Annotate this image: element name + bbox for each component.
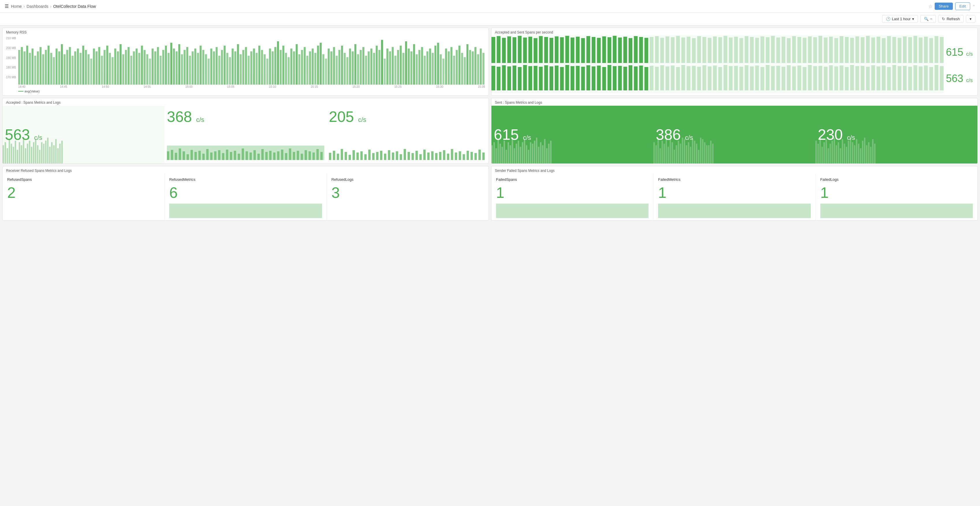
svg-rect-53 (160, 56, 162, 84)
zoom-out-button[interactable]: 🔍 − (920, 15, 936, 23)
svg-rect-134 (375, 46, 378, 84)
svg-rect-459 (479, 150, 481, 160)
svg-rect-345 (924, 65, 928, 91)
chart-canvas (18, 35, 485, 84)
zoom-icon: 🔍 (924, 17, 929, 21)
svg-rect-211 (676, 36, 680, 63)
svg-rect-78 (226, 53, 228, 84)
svg-rect-309 (734, 66, 738, 91)
svg-rect-516 (704, 142, 705, 164)
svg-rect-524 (821, 147, 823, 164)
collapse-icon[interactable]: ⌃ (972, 4, 975, 8)
svg-rect-124 (349, 49, 351, 84)
accepted-stat-unit-0: c/s (34, 134, 42, 141)
accepted-sent-title: Accepted and Sent Spans per second (492, 28, 977, 35)
breadcrumb-home[interactable]: Home (11, 4, 22, 9)
svg-rect-468 (506, 150, 507, 164)
svg-rect-323 (808, 65, 812, 91)
svg-rect-289 (628, 65, 632, 91)
svg-rect-28 (93, 49, 95, 84)
svg-rect-31 (101, 56, 103, 84)
x-label-2: 14:45 (60, 85, 67, 88)
svg-rect-255 (908, 37, 912, 63)
svg-rect-20 (72, 56, 74, 84)
svg-rect-484 (538, 147, 539, 164)
edit-button[interactable]: Edit (955, 2, 970, 10)
svg-rect-456 (467, 151, 469, 160)
svg-rect-350 (3, 145, 4, 164)
svg-rect-432 (372, 153, 374, 160)
favorite-icon[interactable]: ☆ (928, 3, 932, 9)
svg-rect-333 (861, 66, 864, 91)
svg-rect-458 (474, 153, 477, 160)
svg-rect-266 (508, 67, 511, 91)
svg-rect-153 (426, 51, 428, 84)
svg-rect-306 (718, 67, 722, 91)
sent-stat-1: 386 c/s (654, 106, 815, 164)
svg-rect-336 (877, 67, 880, 91)
svg-rect-357 (17, 150, 18, 164)
svg-rect-133 (373, 53, 375, 84)
svg-rect-170 (472, 51, 474, 84)
svg-rect-87 (250, 51, 252, 84)
svg-rect-466 (501, 147, 503, 164)
sent-stat-value-1: 386 (656, 126, 681, 143)
svg-rect-528 (830, 144, 831, 164)
svg-rect-159 (442, 59, 444, 84)
svg-rect-256 (913, 36, 917, 63)
svg-rect-136 (381, 40, 383, 84)
svg-rect-215 (697, 36, 701, 63)
svg-rect-403 (253, 150, 256, 160)
breadcrumb-dashboards[interactable]: Dashboards (27, 4, 49, 9)
svg-rect-103 (293, 51, 295, 84)
svg-rect-341 (903, 66, 907, 91)
x-label-12: 15:35 (478, 85, 485, 88)
svg-rect-397 (230, 152, 232, 160)
accepted-value: 615 c/s (946, 46, 973, 58)
svg-rect-402 (250, 153, 252, 160)
svg-rect-381 (167, 151, 169, 160)
failed-metric-0: FailedSpans 1 (492, 174, 654, 220)
svg-rect-454 (459, 151, 461, 160)
svg-rect-482 (534, 141, 535, 164)
svg-rect-225 (750, 37, 754, 63)
svg-rect-141 (395, 56, 396, 84)
svg-rect-274 (549, 67, 553, 91)
sent-value: 563 c/s (946, 73, 973, 84)
svg-rect-16 (61, 44, 63, 84)
time-range-button[interactable]: 🕐 Last 1 hour ▾ (882, 15, 918, 23)
svg-rect-371 (45, 141, 46, 164)
svg-rect-21 (74, 51, 76, 84)
svg-rect-59 (175, 51, 178, 84)
svg-rect-214 (692, 38, 695, 63)
svg-rect-85 (245, 47, 247, 84)
nav-left: ☰ Home › Dashboards › OtelCollector Data… (5, 3, 96, 9)
refresh-button[interactable]: ↻ Refresh (938, 15, 964, 23)
svg-rect-271 (534, 66, 537, 91)
legend-label: avg(Value) (25, 89, 40, 93)
x-label-6: 15:05 (227, 85, 234, 88)
svg-rect-39 (122, 54, 124, 84)
svg-rect-242 (840, 36, 843, 63)
dashboard-grid: Memory RSS 210 MB 200 MB 190 MB 180 MB 1… (0, 25, 980, 223)
svg-rect-347 (935, 65, 939, 91)
refused-label-1: RefusedMetrics (169, 177, 322, 181)
svg-rect-460 (482, 153, 485, 160)
svg-rect-519 (710, 141, 711, 164)
svg-rect-64 (189, 56, 191, 84)
svg-rect-102 (290, 49, 292, 84)
menu-icon[interactable]: ☰ (5, 3, 9, 9)
svg-rect-224 (745, 36, 748, 63)
svg-rect-273 (544, 65, 548, 91)
svg-rect-186 (544, 37, 548, 63)
svg-rect-297 (671, 65, 675, 91)
svg-rect-361 (25, 148, 26, 164)
share-button[interactable]: Share (935, 3, 953, 10)
svg-rect-235 (803, 38, 807, 63)
svg-rect-372 (47, 138, 49, 164)
refresh-dropdown-button[interactable]: ▾ (966, 15, 975, 23)
svg-rect-492 (655, 145, 657, 164)
svg-rect-149 (416, 54, 418, 84)
svg-rect-156 (434, 46, 436, 84)
svg-rect-344 (919, 67, 923, 91)
